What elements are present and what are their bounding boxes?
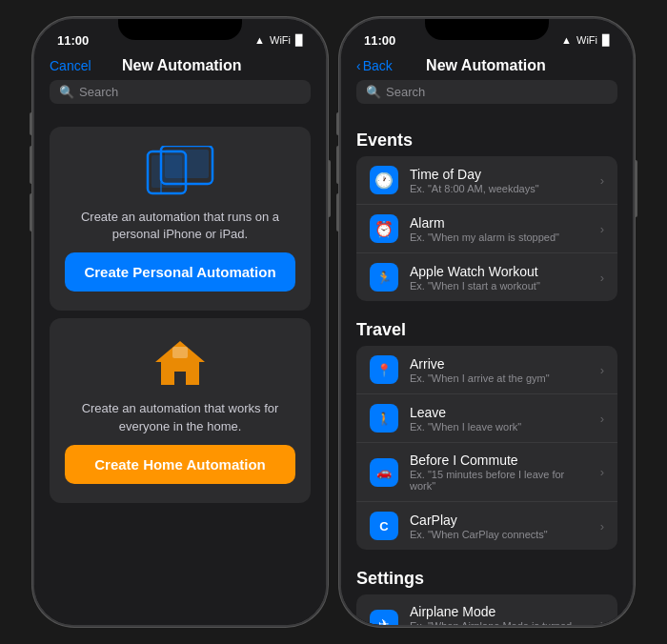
wifi-icon: WiFi	[270, 34, 291, 46]
leave-title: Leave	[410, 405, 589, 420]
left-phone: 11:00 ▲ WiFi ▉ Cancel New Automation 🔍	[32, 17, 328, 627]
leave-icon: 🚶	[370, 404, 398, 433]
alarm-item[interactable]: ⏰ Alarm Ex. "When my alarm is stopped" ›	[356, 205, 617, 253]
leave-text: Leave Ex. "When I leave work"	[410, 405, 589, 433]
nav-bar-left: Cancel New Automation	[34, 53, 326, 80]
travel-list-group: 📍 Arrive Ex. "When I arrive at the gym" …	[356, 346, 617, 550]
time-of-day-item[interactable]: 🕐 Time of Day Ex. "At 8:00 AM, weekdays"…	[356, 156, 617, 205]
search-icon-left: 🔍	[59, 85, 74, 99]
arrive-text: Arrive Ex. "When I arrive at the gym"	[410, 356, 589, 384]
home-automation-card: Create an automation that works for ever…	[50, 318, 311, 502]
nav-bar-right: ‹ Back New Automation	[341, 53, 633, 80]
status-time-right: 11:00	[364, 33, 395, 48]
carplay-subtitle: Ex. "When CarPlay connects"	[410, 529, 589, 540]
home-device-icon	[152, 337, 209, 387]
chevron-left-icon: ‹	[356, 58, 361, 73]
alarm-title: Alarm	[410, 215, 589, 231]
apple-watch-workout-chevron: ›	[600, 271, 604, 285]
personal-card-description: Create an automation that runs on a pers…	[65, 209, 295, 243]
time-of-day-text: Time of Day Ex. "At 8:00 AM, weekdays"	[410, 167, 589, 194]
page-title-right: New Automation	[426, 57, 546, 74]
create-home-automation-button[interactable]: Create Home Automation	[65, 445, 295, 484]
right-phone: 11:00 ▲ WiFi ▉ ‹ Back New Automation	[339, 17, 635, 627]
carplay-icon: C	[370, 512, 398, 540]
signal-icon: ▲	[254, 34, 265, 46]
carplay-title: CarPlay	[410, 513, 589, 528]
status-icons-left: ▲ WiFi ▉	[254, 34, 303, 47]
search-bar-right: 🔍 Search	[341, 80, 633, 111]
time-of-day-subtitle: Ex. "At 8:00 AM, weekdays"	[410, 183, 589, 194]
apple-watch-workout-icon: 🏃	[370, 263, 398, 292]
status-time-left: 11:00	[57, 33, 89, 48]
status-bar-right: 11:00 ▲ WiFi ▉	[341, 19, 633, 53]
search-placeholder-right: Search	[386, 85, 425, 99]
search-bar-left: 🔍 Search	[34, 80, 326, 111]
back-button[interactable]: ‹ Back	[356, 58, 393, 73]
before-commute-text: Before I Commute Ex. "15 minutes before …	[410, 453, 589, 492]
status-bar-left: 11:00 ▲ WiFi ▉	[34, 19, 326, 53]
events-list-group: 🕐 Time of Day Ex. "At 8:00 AM, weekdays"…	[356, 156, 617, 301]
airplane-mode-item[interactable]: ✈ Airplane Mode Ex. "When Airplane Mode …	[356, 594, 617, 625]
time-of-day-title: Time of Day	[410, 167, 589, 182]
apple-watch-workout-text: Apple Watch Workout Ex. "When I start a …	[410, 264, 589, 292]
search-icon-right: 🔍	[366, 85, 381, 99]
arrive-chevron: ›	[600, 363, 604, 377]
apple-watch-workout-subtitle: Ex. "When I start a workout"	[410, 280, 589, 292]
before-commute-title: Before I Commute	[410, 453, 589, 468]
before-commute-item[interactable]: 🚗 Before I Commute Ex. "15 minutes befor…	[356, 443, 617, 502]
battery-icon: ▉	[295, 34, 303, 47]
search-input-left[interactable]: 🔍 Search	[50, 80, 311, 104]
airplane-mode-title: Airplane Mode	[410, 604, 589, 619]
before-commute-chevron: ›	[600, 465, 604, 479]
home-card-description: Create an automation that works for ever…	[65, 400, 295, 434]
battery-icon-r: ▉	[602, 34, 610, 47]
settings-section-header: Settings	[341, 557, 633, 594]
events-section-header: Events	[341, 119, 633, 156]
leave-subtitle: Ex. "When I leave work"	[410, 421, 589, 433]
status-icons-right: ▲ WiFi ▉	[561, 34, 610, 47]
travel-section-header: Travel	[341, 309, 633, 346]
airplane-mode-text: Airplane Mode Ex. "When Airplane Mode is…	[410, 604, 589, 625]
time-of-day-chevron: ›	[600, 173, 604, 188]
create-personal-automation-button[interactable]: Create Personal Automation	[65, 252, 295, 292]
alarm-subtitle: Ex. "When my alarm is stopped"	[410, 231, 589, 243]
leave-chevron: ›	[600, 412, 604, 426]
scroll-content-right[interactable]: Events 🕐 Time of Day Ex. "At 8:00 AM, we…	[341, 111, 633, 625]
arrive-icon: 📍	[370, 355, 398, 384]
personal-automation-card: Create an automation that runs on a pers…	[50, 127, 311, 311]
time-of-day-icon: 🕐	[370, 166, 398, 194]
svg-rect-3	[165, 150, 209, 178]
alarm-text: Alarm Ex. "When my alarm is stopped"	[410, 215, 589, 243]
leave-item[interactable]: 🚶 Leave Ex. "When I leave work" ›	[356, 394, 617, 443]
alarm-icon: ⏰	[370, 214, 398, 243]
arrive-title: Arrive	[410, 356, 589, 372]
scroll-content-left: Create an automation that runs on a pers…	[34, 111, 326, 625]
arrive-item[interactable]: 📍 Arrive Ex. "When I arrive at the gym" …	[356, 346, 617, 394]
alarm-chevron: ›	[600, 222, 604, 236]
carplay-item[interactable]: C CarPlay Ex. "When CarPlay connects" ›	[356, 502, 617, 550]
apple-watch-workout-item[interactable]: 🏃 Apple Watch Workout Ex. "When I start …	[356, 253, 617, 301]
arrive-subtitle: Ex. "When I arrive at the gym"	[410, 372, 589, 384]
settings-list-group: ✈ Airplane Mode Ex. "When Airplane Mode …	[356, 594, 617, 625]
cancel-button[interactable]: Cancel	[50, 58, 91, 73]
apple-watch-workout-title: Apple Watch Workout	[410, 264, 589, 279]
airplane-mode-chevron: ›	[600, 616, 604, 625]
before-commute-icon: 🚗	[370, 458, 398, 487]
search-input-right[interactable]: 🔍 Search	[356, 80, 617, 104]
airplane-mode-subtitle: Ex. "When Airplane Mode is turned on"	[410, 620, 589, 625]
page-title-left: New Automation	[122, 57, 242, 74]
before-commute-subtitle: Ex. "15 minutes before I leave for work"	[410, 469, 589, 492]
wifi-icon-r: WiFi	[576, 34, 597, 46]
airplane-mode-icon: ✈	[370, 610, 398, 626]
back-label: Back	[363, 58, 393, 73]
personal-device-icon	[146, 146, 214, 195]
carplay-text: CarPlay Ex. "When CarPlay connects"	[410, 513, 589, 540]
svg-rect-6	[172, 347, 188, 358]
carplay-chevron: ›	[600, 519, 604, 533]
search-placeholder-left: Search	[79, 85, 118, 99]
signal-icon-r: ▲	[561, 34, 572, 46]
